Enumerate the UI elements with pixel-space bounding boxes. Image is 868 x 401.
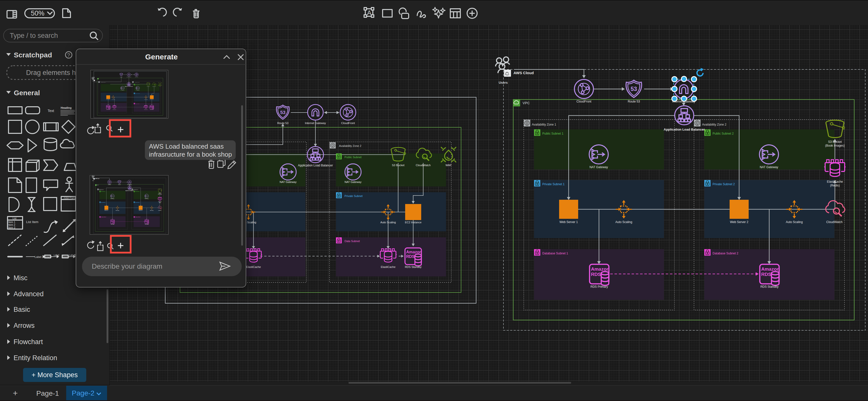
svg-text:Auto Scaling: Auto Scaling	[380, 221, 396, 224]
svg-text:RDS Standby: RDS Standby	[405, 265, 422, 268]
svg-text:RDS Standby: RDS Standby	[761, 285, 779, 289]
svg-text:Public Subnet 2: Public Subnet 2	[713, 132, 734, 135]
svg-text:CloudFront: CloudFront	[341, 122, 355, 125]
svg-text:NAT Gateway: NAT Gateway	[589, 165, 608, 169]
svg-text:Private Subnet 1: Private Subnet 1	[542, 182, 565, 186]
svg-text:Route 53: Route 53	[628, 100, 640, 103]
svg-text:CloudFront: CloudFront	[577, 100, 591, 103]
svg-text:Text: Text	[48, 109, 54, 113]
svg-text:Item 3: Item 3	[8, 226, 15, 229]
svg-text:AWS Cloud: AWS Cloud	[514, 71, 534, 75]
svg-text:Actor Frame: Actor Frame	[64, 197, 76, 199]
svg-text:53: 53	[630, 86, 637, 92]
svg-text:S3 Bucket: S3 Bucket	[392, 164, 404, 167]
svg-text:ElastiCache: ElastiCache	[827, 180, 843, 183]
svg-text:NAT Gateway: NAT Gateway	[280, 180, 297, 183]
svg-text:RDS Primary: RDS Primary	[590, 285, 608, 289]
svg-text:Auto Scaling: Auto Scaling	[615, 220, 632, 224]
svg-text:List: List	[12, 217, 17, 220]
svg-text:Label: Label	[54, 254, 59, 256]
svg-text:S3 Bucket: S3 Bucket	[828, 140, 842, 144]
svg-text:Private Subnet: Private Subnet	[344, 195, 363, 198]
svg-text:Web Server 1: Web Server 1	[559, 220, 578, 224]
svg-text:?: ?	[67, 53, 70, 58]
svg-text:Users: Users	[499, 81, 508, 85]
svg-text:Availability Zone 2: Availability Zone 2	[702, 123, 726, 126]
svg-text:Availability Zone 2: Availability Zone 2	[339, 144, 361, 147]
svg-text:ElastiCache: ElastiCache	[381, 265, 396, 268]
svg-text:Application Load Balancer: Application Load Balancer	[298, 164, 333, 167]
svg-text:WAF: WAF	[445, 164, 452, 167]
svg-text:Label: Label	[35, 256, 41, 258]
svg-text:Database Subnet 2: Database Subnet 2	[713, 252, 738, 255]
svg-text:Data Subnet: Data Subnet	[344, 240, 360, 243]
svg-text:ElastiCache: ElastiCache	[246, 265, 261, 268]
svg-text:Route 53: Route 53	[277, 122, 288, 125]
svg-text:Private Subnet 2: Private Subnet 2	[713, 182, 735, 186]
svg-text:CloudWatch: CloudWatch	[826, 220, 843, 224]
svg-text:Public Subnet: Public Subnet	[344, 156, 362, 159]
svg-text:(Book Images): (Book Images)	[825, 144, 845, 147]
svg-text:A: A	[367, 9, 372, 16]
svg-text:(Redis): (Redis)	[830, 184, 840, 187]
svg-text:Item 2: Item 2	[8, 224, 15, 226]
svg-text:Internet Gateway: Internet Gateway	[305, 122, 326, 125]
svg-text:NAT Gateway: NAT Gateway	[344, 180, 362, 183]
svg-text:Web Server 2: Web Server 2	[730, 220, 748, 224]
svg-text:Availability Zone 1: Availability Zone 1	[532, 123, 556, 126]
svg-text:Item 1: Item 1	[8, 221, 15, 224]
svg-text:Application Load Balancer: Application Load Balancer	[664, 128, 705, 131]
svg-text:VPC: VPC	[523, 101, 530, 105]
svg-text:EC2 Instance: EC2 Instance	[405, 221, 422, 224]
svg-text:Public Subnet 1: Public Subnet 1	[542, 132, 563, 135]
svg-text:NAT Gateway: NAT Gateway	[760, 165, 778, 169]
svg-text:List Item: List Item	[26, 220, 38, 224]
svg-text:53: 53	[280, 110, 285, 115]
svg-text:50%: 50%	[31, 9, 44, 17]
svg-text:Heading: Heading	[61, 106, 71, 109]
svg-text:CloudWatch: CloudWatch	[416, 164, 431, 167]
svg-text:Auto Scaling: Auto Scaling	[786, 220, 803, 224]
svg-text:Database Subnet 1: Database Subnet 1	[542, 252, 568, 255]
